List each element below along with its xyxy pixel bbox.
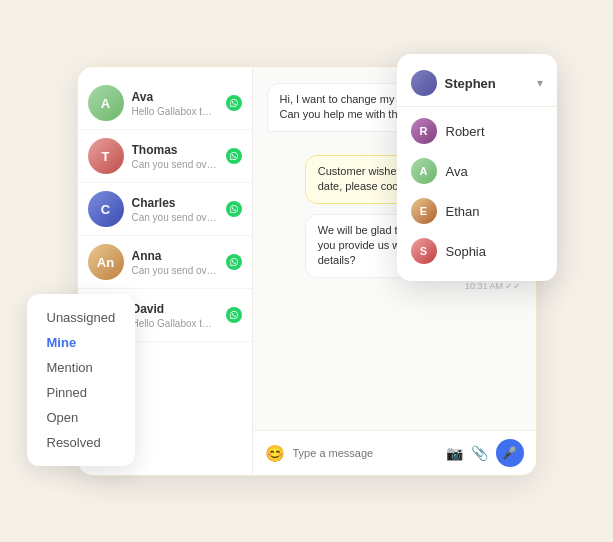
contact-info: Charles Can you send over tha.. [132,196,218,223]
agent-initials: A [420,165,428,177]
contact-item-ava[interactable]: A Ava Hello Gallabox team, pleas.. [78,77,252,130]
agent-dropdown: Stephen ▾ R Robert A Ava E Ethan S Sophi… [397,54,557,281]
contact-preview: Can you send over tha.. [132,159,218,170]
filter-item-pinned[interactable]: Pinned [47,383,116,402]
camera-icon[interactable]: 📷 [446,445,463,461]
filter-sidebar: UnassignedMineMentionPinnedOpenResolved [27,294,136,466]
contact-info: Anna Can you send over tha.. [132,249,218,276]
agent-item-robert[interactable]: R Robert [397,111,557,151]
chat-input-area: 😊 📷 📎 🎤 [253,430,536,475]
contact-info: David Hello Gallabox team, pleas.. [132,302,218,329]
mic-icon: 🎤 [502,446,517,460]
contact-item-anna[interactable]: An Anna Can you send over tha.. [78,236,252,289]
agent-item-ethan[interactable]: E Ethan [397,191,557,231]
attach-icon[interactable]: 📎 [471,445,488,461]
emoji-button[interactable]: 😊 [265,444,285,463]
agent-avatar-ethan: E [411,198,437,224]
whatsapp-badge [226,254,242,270]
agent-initials: R [420,125,428,137]
agent-dropdown-header[interactable]: Stephen ▾ [397,64,557,107]
agent-avatar-sophia: S [411,238,437,264]
filter-item-mention[interactable]: Mention [47,358,116,377]
contact-name: Anna [132,249,218,263]
message-input[interactable] [293,447,438,459]
whatsapp-badge [226,201,242,217]
main-container: A Ava Hello Gallabox team, pleas.. T Tho… [27,36,587,506]
avatar-initials: T [102,149,110,164]
agent-avatar-robert: R [411,118,437,144]
agent-list: R Robert A Ava E Ethan S Sophia [397,111,557,271]
contact-info: Thomas Can you send over tha.. [132,143,218,170]
contact-info: Ava Hello Gallabox team, pleas.. [132,90,218,117]
agent-name-sophia: Sophia [446,244,486,259]
message-time: 10:31 AM ✓✓ [305,281,522,291]
avatar-initials: An [97,255,114,270]
whatsapp-badge [226,307,242,323]
agent-item-ava[interactable]: A Ava [397,151,557,191]
contact-name: Ava [132,90,218,104]
agent-item-sophia[interactable]: S Sophia [397,231,557,271]
filter-item-resolved[interactable]: Resolved [47,433,116,452]
stephen-avatar [411,70,437,96]
agent-avatar-ava: A [411,158,437,184]
contact-preview: Hello Gallabox team, pleas.. [132,106,218,117]
contact-name: Thomas [132,143,218,157]
agent-initials: S [420,245,427,257]
contact-preview: Hello Gallabox team, pleas.. [132,318,218,329]
chevron-down-icon: ▾ [537,76,543,90]
filter-item-unassigned[interactable]: Unassigned [47,308,116,327]
contact-avatar: T [88,138,124,174]
agent-header-name: Stephen [445,76,529,91]
avatar-initials: A [101,96,110,111]
contact-name: Charles [132,196,218,210]
filter-item-mine[interactable]: Mine [47,333,116,352]
whatsapp-badge [226,148,242,164]
contact-avatar: An [88,244,124,280]
agent-initials: E [420,205,427,217]
agent-name-robert: Robert [446,124,485,139]
contact-preview: Can you send over tha.. [132,265,218,276]
contact-avatar: A [88,85,124,121]
contact-item-thomas[interactable]: T Thomas Can you send over tha.. [78,130,252,183]
filter-item-open[interactable]: Open [47,408,116,427]
avatar-initials: C [101,202,110,217]
agent-name-ava: Ava [446,164,468,179]
contact-avatar: C [88,191,124,227]
contact-name: David [132,302,218,316]
agent-name-ethan: Ethan [446,204,480,219]
contact-item-charles[interactable]: C Charles Can you send over tha.. [78,183,252,236]
whatsapp-badge [226,95,242,111]
contact-preview: Can you send over tha.. [132,212,218,223]
voice-button[interactable]: 🎤 [496,439,524,467]
